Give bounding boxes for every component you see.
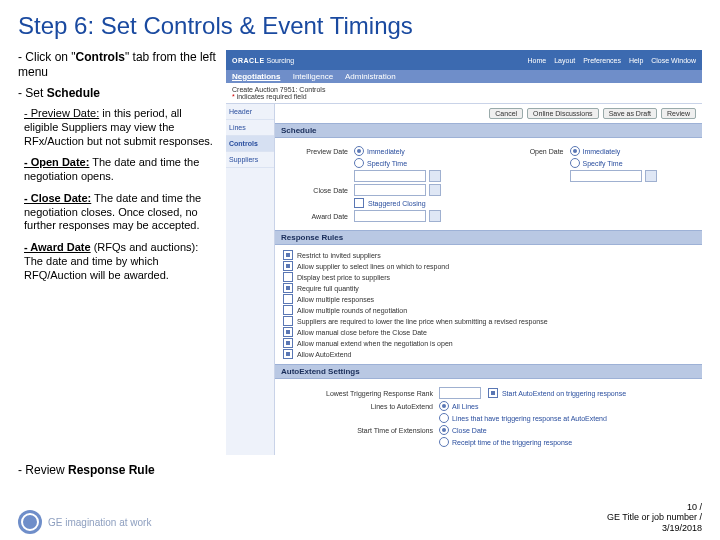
radio-label: Immediately [367, 148, 405, 155]
save-draft-button[interactable]: Save as Draft [603, 108, 657, 119]
trigger-option-checkbox[interactable] [488, 388, 498, 398]
rule-checkbox[interactable] [283, 349, 293, 359]
start-time-label: Start Time of Extensions [283, 427, 433, 434]
radio-label: Specify Time [583, 160, 623, 167]
section-response-rules: Response Rules [275, 230, 702, 245]
preview-date-label: Preview Date [283, 148, 348, 155]
close-date-label: Close Date [283, 187, 348, 194]
footer-meta: 10 / GE Title or job number / 3/19/2018 [607, 502, 702, 534]
award-date-input[interactable] [354, 210, 426, 222]
link-home[interactable]: Home [528, 57, 547, 64]
top-links: Home Layout Preferences Help Close Windo… [522, 57, 696, 64]
radio-label: Immediately [583, 148, 621, 155]
side-menu: Header Lines Controls Suppliers [226, 104, 275, 455]
calendar-icon[interactable] [429, 170, 441, 182]
cancel-button[interactable]: Cancel [489, 108, 523, 119]
rule-label: Display best price to suppliers [297, 274, 390, 281]
link-preferences[interactable]: Preferences [583, 57, 621, 64]
rule-label: Require full quantity [297, 285, 359, 292]
open-immediately-radio[interactable] [570, 146, 580, 156]
label: - Open Date: [24, 156, 89, 168]
brand-name: ORACLE [232, 57, 265, 64]
lines-to-extend-label: Lines to AutoExtend [283, 403, 433, 410]
sidebar-item-lines[interactable]: Lines [226, 120, 274, 136]
rule-label: Allow manual extend when the negotiation… [297, 340, 453, 347]
award-date-label: Award Date [283, 213, 348, 220]
open-date-input[interactable] [570, 170, 642, 182]
preview-immediately-radio[interactable] [354, 146, 364, 156]
triggering-rank-input[interactable] [439, 387, 481, 399]
text: - Click on " [18, 50, 76, 64]
job-number: GE Title or job number / [607, 512, 702, 523]
rule-checkbox[interactable] [283, 283, 293, 293]
breadcrumb: Create Auction 7951: Controls * indicate… [226, 83, 702, 104]
link-close-window[interactable]: Close Window [651, 57, 696, 64]
slide-footer: GE imagination at work 10 / GE Title or … [18, 502, 702, 534]
rule-label: Allow manual close before the Close Date [297, 329, 427, 336]
calendar-icon[interactable] [645, 170, 657, 182]
review-button[interactable]: Review [661, 108, 696, 119]
rule-checkbox[interactable] [283, 250, 293, 260]
instruction-column: - Click on "Controls" tab from the left … [18, 50, 218, 455]
rule-label: Allow multiple responses [297, 296, 374, 303]
app-screenshot: ORACLE Sourcing Home Layout Preferences … [226, 50, 702, 455]
rule-checkbox[interactable] [283, 294, 293, 304]
rule-checkbox[interactable] [283, 338, 293, 348]
rule-label: Restrict to invited suppliers [297, 252, 381, 259]
rule-checkbox[interactable] [283, 272, 293, 282]
main-panel: Cancel Online Discussions Save as Draft … [275, 104, 702, 455]
ge-tagline: GE imagination at work [48, 517, 151, 528]
rule-checkbox[interactable] [283, 327, 293, 337]
tab-administration[interactable]: Administration [345, 72, 396, 81]
preview-specify-radio[interactable] [354, 158, 364, 168]
slide-title: Step 6: Set Controls & Event Timings [18, 12, 702, 40]
text-bold: Response Rule [68, 463, 155, 477]
start-receipt-time-radio[interactable] [439, 437, 449, 447]
online-discussions-button[interactable]: Online Discussions [527, 108, 599, 119]
section-autoextend: AutoExtend Settings [275, 364, 702, 379]
radio-label: Specify Time [367, 160, 407, 167]
brand-suffix: Sourcing [265, 57, 295, 64]
open-specify-radio[interactable] [570, 158, 580, 168]
app-titlebar: ORACLE Sourcing Home Layout Preferences … [226, 50, 702, 70]
text-bold: Schedule [47, 86, 100, 100]
autoextend-panel: Lowest Triggering Response Rank Start Au… [275, 379, 702, 455]
label: - Close Date: [24, 192, 91, 204]
rule-label: Allow AutoExtend [297, 351, 351, 358]
rule-checkbox[interactable] [283, 261, 293, 271]
brand: ORACLE Sourcing [232, 57, 294, 64]
radio-label: Lines that have triggering response at A… [452, 415, 607, 422]
link-layout[interactable]: Layout [554, 57, 575, 64]
sidebar-item-header[interactable]: Header [226, 104, 274, 120]
sidebar-item-suppliers[interactable]: Suppliers [226, 152, 274, 168]
text: - Review [18, 463, 68, 477]
triggering-lines-radio[interactable] [439, 413, 449, 423]
rule-checkbox[interactable] [283, 305, 293, 315]
link-help[interactable]: Help [629, 57, 643, 64]
tab-intelligence[interactable]: Intelligence [293, 72, 333, 81]
page-number: 10 / [607, 502, 702, 513]
rule-checkbox[interactable] [283, 316, 293, 326]
ge-logo-icon [18, 510, 42, 534]
staggered-closing-checkbox[interactable] [354, 198, 364, 208]
checkbox-label: Staggered Closing [368, 200, 426, 207]
tab-negotiations[interactable]: Negotiations [232, 72, 280, 81]
triggering-rank-label: Lowest Triggering Response Rank [283, 390, 433, 397]
sidebar-item-controls[interactable]: Controls [226, 136, 274, 152]
text: - Set [18, 86, 47, 100]
preview-date-input[interactable] [354, 170, 426, 182]
response-rules-panel: Restrict to invited suppliers Allow supp… [275, 245, 702, 364]
checkbox-label: Start AutoExtend on triggering response [502, 390, 626, 397]
text-bold: Controls [76, 50, 125, 64]
start-close-date-radio[interactable] [439, 425, 449, 435]
calendar-icon[interactable] [429, 184, 441, 196]
section-schedule: Schedule [275, 123, 702, 138]
radio-label: Receipt time of the triggering response [452, 439, 572, 446]
page-subtitle: Create Auction 7951: Controls [232, 86, 696, 93]
radio-label: All Lines [452, 403, 478, 410]
calendar-icon[interactable] [429, 210, 441, 222]
close-date-input[interactable] [354, 184, 426, 196]
all-lines-radio[interactable] [439, 401, 449, 411]
instruction-click-controls: - Click on "Controls" tab from the left … [18, 50, 218, 80]
slide-date: 3/19/2018 [607, 523, 702, 534]
